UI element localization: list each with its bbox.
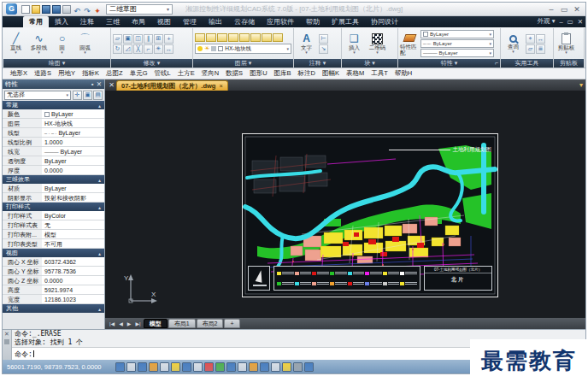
minimize-button[interactable]: –	[546, 5, 556, 14]
panel-block-label[interactable]: 块 ▾	[342, 59, 397, 68]
ribbon-tab-布局[interactable]: 布局	[126, 16, 151, 27]
move-icon[interactable]: +	[164, 34, 173, 44]
select-objects-icon[interactable]: ▣	[83, 91, 92, 100]
document-tab[interactable]: 07-土地利用规划图（北片）.dwg ×	[116, 80, 228, 91]
ribbon-tab-输出[interactable]: 输出	[203, 16, 228, 27]
close-drawing-icon[interactable]: ✕	[107, 81, 116, 89]
layout-nav-icon[interactable]: ▶	[126, 320, 133, 326]
mirror-icon[interactable]: ◫	[133, 34, 143, 44]
transparency-icon[interactable]	[215, 362, 225, 372]
workspace-dropdown[interactable]: 二维草图 ▾	[106, 4, 173, 15]
ribbon-tab-帮助[interactable]: 帮助	[300, 16, 326, 27]
offset-icon[interactable]: ∥	[144, 34, 153, 44]
layout-nav-icon[interactable]: ◀	[117, 320, 125, 326]
layer-off-icon[interactable]	[206, 33, 216, 42]
annotation-scale-icon[interactable]	[249, 362, 258, 372]
layer-match-icon[interactable]	[262, 33, 272, 42]
ribbon-tab-三维[interactable]: 三维	[100, 16, 126, 27]
explode-icon[interactable]: ✳	[154, 44, 163, 54]
osnap-icon[interactable]	[160, 362, 169, 372]
menu-图幅K[interactable]: 图幅K	[320, 69, 342, 78]
property-value[interactable]: ByLayer	[42, 156, 104, 165]
layout-tab-+[interactable]: +	[224, 319, 239, 328]
command-close-icon[interactable]: ✕	[4, 331, 9, 338]
panel-properties-label[interactable]: 特性 ▾ ⌐	[398, 59, 500, 68]
layer-dropdown[interactable]: ☀ HX-地块线 ▾	[195, 44, 291, 54]
drawing-canvas[interactable]: 土地利用规划图 07-土地利用规划图（北片） 北片	[105, 91, 585, 318]
save-icon[interactable]	[42, 5, 50, 14]
layout-tab-布局1[interactable]: 布局1	[168, 319, 196, 328]
dialog-launcher-icon[interactable]: ⌐	[495, 59, 498, 68]
section-header-三维效果[interactable]: 三维效果▴	[3, 175, 104, 184]
maximize-button[interactable]: ▭	[559, 5, 569, 14]
lineweight-control[interactable]: ——— ByLayer ▾	[420, 49, 494, 57]
menu-帮助H[interactable]: 帮助H	[392, 69, 415, 78]
property-value[interactable]: 无	[42, 220, 104, 229]
favorite-icon[interactable]: ✦	[93, 7, 102, 15]
linetype-control[interactable]: –·–· ByLayer ▾	[420, 39, 494, 48]
scale-icon[interactable]: ◿	[123, 44, 132, 54]
quick-select-icon[interactable]: ▤	[93, 91, 103, 100]
section-header-常规[interactable]: 常规▴	[3, 101, 104, 109]
property-value[interactable]: 0.0000	[42, 166, 104, 174]
layer-thaw-icon[interactable]: ☀	[204, 45, 209, 52]
menu-图形U[interactable]: 图形U	[247, 69, 269, 78]
stretch-icon[interactable]: ↔	[164, 44, 173, 54]
lock-ui-icon[interactable]	[293, 362, 303, 372]
menu-标注D[interactable]: 标注D	[296, 69, 318, 78]
pickadd-toggle-icon[interactable]: ✛	[73, 91, 82, 100]
appearance-menu[interactable]: 外观 ▾	[538, 17, 556, 26]
menu-地形X[interactable]: 地形X	[8, 69, 30, 78]
area-icon[interactable]: ▱	[526, 44, 535, 54]
ribbon-tab-视图[interactable]: 视图	[151, 16, 177, 27]
menu-总图Z[interactable]: 总图Z	[103, 69, 126, 78]
doc-restore-button[interactable]: ▭	[567, 18, 573, 26]
ribbon-tab-管理[interactable]: 管理	[177, 16, 203, 27]
ribbon-tab-注释[interactable]: 注释	[74, 16, 100, 27]
panel-modify-label[interactable]: 修改 ▾	[111, 59, 192, 68]
palette-close-icon[interactable]: ✕	[97, 80, 102, 88]
polar-icon[interactable]	[149, 362, 158, 372]
doc-close-button[interactable]: ✕	[578, 18, 583, 26]
menu-图库B[interactable]: 图库B	[272, 69, 294, 78]
open-icon[interactable]	[32, 5, 40, 14]
tab-close-icon[interactable]: ×	[219, 82, 222, 90]
ribbon-tab-云存储[interactable]: 云存储	[228, 16, 261, 27]
property-value[interactable]: 12186.1023	[42, 295, 104, 303]
trim-icon[interactable]: ╳	[133, 44, 143, 54]
snap-icon[interactable]	[115, 362, 125, 372]
property-value[interactable]: 0.0000	[42, 276, 104, 285]
qrcode-button[interactable]: 二维码▾	[367, 33, 388, 54]
annotation-visibility-icon[interactable]	[260, 362, 269, 372]
menu-数据S[interactable]: 数据S	[223, 69, 245, 78]
layout-tab-布局2[interactable]: 布局2	[197, 319, 224, 328]
property-value[interactable]: 投射和接收阴影	[42, 193, 104, 202]
quick-properties-icon[interactable]	[226, 362, 236, 372]
app-logo-icon[interactable]: G	[6, 3, 17, 15]
redo-icon[interactable]: ↷	[83, 7, 91, 15]
dimension-icon[interactable]: ⊢	[319, 34, 328, 44]
color-control[interactable]: ByLayer ▾	[420, 30, 494, 38]
property-value[interactable]: ByColor	[42, 211, 104, 220]
menu-工具T[interactable]: 工具T	[368, 69, 391, 78]
property-value[interactable]: – · – ·ByLayer	[42, 128, 104, 137]
panel-clipboard-label[interactable]: 剪贴板	[554, 59, 584, 68]
property-value[interactable]: 60372.4362	[42, 257, 104, 266]
close-button[interactable]: ✕	[572, 5, 582, 14]
autoscale-icon[interactable]	[271, 362, 280, 372]
ortho-icon[interactable]	[138, 362, 147, 372]
measure-button[interactable]: 查询▾	[503, 34, 524, 53]
layout-nav-icon[interactable]: |◀	[108, 320, 116, 326]
new-icon[interactable]	[21, 5, 30, 14]
ribbon-tab-应用软件[interactable]: 应用软件	[261, 16, 300, 27]
doc-minimize-button[interactable]: –	[559, 18, 562, 26]
menu-竖向N[interactable]: 竖向N	[199, 69, 221, 78]
多段线-button[interactable]: ∿多段线▾	[28, 33, 50, 54]
text-button[interactable]: A 文字▾	[296, 33, 317, 54]
layer-isolate-icon[interactable]	[239, 33, 250, 42]
panel-draw-label[interactable]: 绘图 ▾	[3, 59, 110, 68]
layer-color-swatch[interactable]	[218, 46, 223, 51]
property-value[interactable]: 不可用	[42, 239, 104, 248]
erase-icon[interactable]: ▱	[113, 34, 122, 44]
ducs-icon[interactable]	[182, 362, 191, 372]
